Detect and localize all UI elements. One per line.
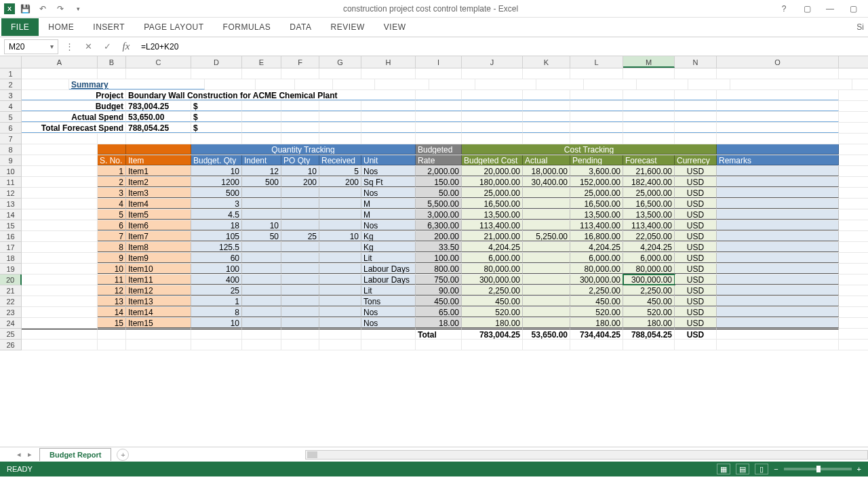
cell[interactable] — [22, 253, 98, 263]
data-cell[interactable]: 33.50 — [416, 242, 462, 252]
tab-view[interactable]: VIEW — [374, 18, 416, 36]
cell[interactable] — [281, 134, 319, 144]
data-cell[interactable]: 10 — [191, 166, 242, 176]
data-cell[interactable]: 4,204.25 — [623, 242, 675, 252]
data-cell[interactable]: Kg — [361, 231, 416, 241]
data-cell[interactable]: 3 — [98, 188, 126, 198]
tab-data[interactable]: DATA — [280, 18, 321, 36]
data-cell[interactable] — [242, 188, 281, 198]
cell[interactable] — [361, 68, 416, 79]
data-cell[interactable]: 12 — [242, 166, 281, 176]
cell[interactable] — [22, 329, 98, 339]
cell[interactable] — [623, 123, 675, 133]
data-cell[interactable] — [319, 188, 361, 198]
row-header-11[interactable]: 11 — [0, 177, 22, 188]
data-cell[interactable]: 16,500.00 — [623, 199, 675, 209]
row-header-24[interactable]: 24 — [0, 318, 22, 329]
data-cell[interactable]: 18.00 — [416, 318, 462, 328]
cell[interactable] — [205, 79, 256, 89]
cell[interactable]: $ — [191, 123, 242, 133]
data-cell[interactable] — [717, 220, 839, 230]
data-cell[interactable]: 113,400.00 — [623, 220, 675, 230]
cell[interactable] — [717, 134, 839, 144]
data-cell[interactable]: 3 — [191, 199, 242, 209]
data-cell[interactable] — [319, 274, 361, 285]
data-cell[interactable]: 1 — [191, 296, 242, 306]
row-header-5[interactable]: 5 — [0, 112, 22, 123]
data-cell[interactable] — [281, 296, 319, 306]
data-cell[interactable] — [523, 209, 570, 220]
cell[interactable] — [523, 101, 570, 111]
cell[interactable] — [22, 340, 98, 350]
data-cell[interactable]: 100.00 — [416, 253, 462, 263]
row-header-10[interactable]: 10 — [0, 166, 22, 177]
cell[interactable] — [570, 68, 623, 79]
data-cell[interactable]: 14 — [98, 307, 126, 317]
cell[interactable] — [462, 134, 523, 144]
data-cell[interactable] — [242, 209, 281, 220]
data-cell[interactable] — [319, 285, 361, 296]
data-cell[interactable] — [281, 274, 319, 285]
cell[interactable] — [523, 112, 570, 122]
data-cell[interactable]: 450.00 — [462, 296, 523, 306]
data-cell[interactable]: 20,000.00 — [462, 166, 523, 176]
cell[interactable] — [319, 134, 361, 144]
data-cell[interactable] — [281, 242, 319, 252]
data-cell[interactable] — [717, 242, 839, 252]
data-cell[interactable]: 10 — [281, 166, 319, 176]
data-cell[interactable]: Item8 — [126, 242, 191, 252]
cell[interactable] — [462, 112, 523, 122]
row-header-7[interactable]: 7 — [0, 134, 22, 144]
data-cell[interactable]: 12 — [98, 285, 126, 296]
data-cell[interactable]: 500 — [242, 177, 281, 187]
cell[interactable] — [22, 188, 98, 198]
row-header-3[interactable]: 3 — [0, 90, 22, 101]
cell[interactable] — [281, 123, 319, 133]
name-box-more-icon[interactable]: ⋮ — [61, 39, 77, 54]
qat-dropdown-icon[interactable]: ▾ — [71, 1, 85, 16]
tab-insert[interactable]: INSERT — [83, 18, 134, 36]
cell[interactable] — [22, 155, 98, 165]
data-cell[interactable]: USD — [675, 231, 717, 241]
cell[interactable] — [361, 329, 416, 339]
cell[interactable] — [623, 68, 675, 79]
cell[interactable] — [22, 242, 98, 252]
data-cell[interactable]: 200 — [319, 177, 361, 187]
cell[interactable] — [242, 340, 281, 350]
cell[interactable] — [256, 79, 295, 89]
data-cell[interactable]: 100 — [191, 264, 242, 274]
cell[interactable] — [22, 220, 98, 230]
data-cell[interactable] — [523, 307, 570, 317]
data-cell[interactable] — [523, 253, 570, 263]
data-cell[interactable]: 30,400.00 — [523, 177, 570, 187]
sheet-nav-next-icon[interactable]: ▸ — [24, 450, 35, 459]
data-cell[interactable]: 1 — [98, 166, 126, 176]
data-cell[interactable] — [523, 242, 570, 252]
cell[interactable] — [98, 68, 126, 79]
data-cell[interactable]: 500 — [191, 188, 242, 198]
data-cell[interactable] — [242, 296, 281, 306]
cell[interactable] — [675, 90, 717, 100]
data-cell[interactable] — [717, 166, 839, 176]
data-cell[interactable] — [717, 307, 839, 317]
data-cell[interactable]: Item6 — [126, 220, 191, 230]
data-cell[interactable]: 2,250.00 — [623, 285, 675, 296]
data-cell[interactable] — [281, 264, 319, 274]
cell[interactable] — [570, 340, 623, 350]
data-cell[interactable]: 800.00 — [416, 264, 462, 274]
data-cell[interactable] — [717, 264, 839, 274]
data-cell[interactable]: 18 — [191, 220, 242, 230]
data-cell[interactable]: Lit — [361, 285, 416, 296]
cell[interactable] — [242, 329, 281, 339]
data-cell[interactable] — [242, 318, 281, 328]
data-cell[interactable]: M — [361, 199, 416, 209]
data-cell[interactable]: Labour Days — [361, 264, 416, 274]
cell[interactable] — [623, 112, 675, 122]
data-cell[interactable]: 300,000.00 — [462, 274, 523, 285]
row-header-2[interactable]: 2 — [0, 79, 22, 90]
data-cell[interactable]: 2,250.00 — [570, 285, 623, 296]
data-cell[interactable] — [717, 253, 839, 263]
data-cell[interactable]: 2 — [98, 177, 126, 187]
row-header-23[interactable]: 23 — [0, 307, 22, 318]
data-cell[interactable]: 10 — [319, 231, 361, 241]
